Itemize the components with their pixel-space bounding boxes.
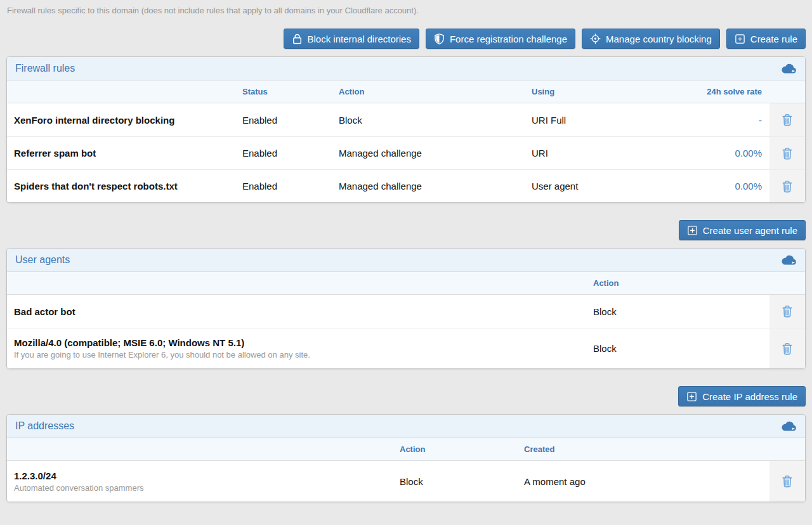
rule-using: URI Full	[532, 110, 704, 131]
user-agents-panel: User agents Action Bad actor bot Block M…	[6, 248, 806, 369]
delete-rule-button[interactable]	[778, 111, 796, 129]
rule-action: Managed challenge	[339, 176, 532, 197]
table-row: XenForo internal directory blocking Enab…	[7, 103, 805, 136]
lock-icon	[292, 33, 303, 45]
delete-rule-button[interactable]	[778, 145, 796, 162]
ip-addresses-toolbar: Create IP address rule	[6, 386, 806, 406]
delete-cell	[769, 461, 805, 502]
ip-address-created: A moment ago	[524, 471, 769, 492]
button-label: Create IP address rule	[702, 391, 797, 402]
column-header-name	[7, 444, 400, 455]
shield-icon	[434, 33, 445, 45]
target-icon	[590, 33, 601, 45]
delete-user-agent-button[interactable]	[778, 302, 796, 320]
column-header-status: Status	[242, 82, 339, 101]
rule-solve-rate: 0.00%	[704, 176, 769, 197]
user-agents-toolbar: Create user agent rule	[6, 220, 806, 240]
rule-using: User agent	[532, 176, 704, 197]
column-header-delete	[769, 444, 805, 455]
delete-user-agent-button[interactable]	[778, 340, 796, 358]
delete-rule-button[interactable]	[778, 178, 796, 195]
column-header-name	[7, 87, 242, 97]
table-row: Mozilla/4.0 (compatible; MSIE 6.0; Windo…	[7, 328, 805, 368]
column-header-delete	[769, 87, 805, 97]
ip-addresses-column-headers: Action Created	[7, 438, 805, 461]
create-ip-address-rule-button[interactable]: Create IP address rule	[678, 386, 806, 406]
plus-square-icon	[687, 224, 698, 237]
table-row: Spiders that don't respect robots.txt En…	[7, 169, 805, 202]
user-agent-description: If you are going to use Internet Explore…	[14, 350, 584, 360]
panel-title: User agents	[15, 254, 70, 266]
panel-title: Firewall rules	[15, 63, 75, 74]
user-agent-action: Block	[593, 338, 769, 359]
button-label: Force registration challenge	[450, 34, 567, 44]
table-row: Referrer spam bot Enabled Managed challe…	[7, 136, 805, 169]
rule-status: Enabled	[242, 110, 339, 131]
rule-name: Spiders that don't respect robots.txt	[7, 176, 242, 197]
rule-status: Enabled	[242, 143, 339, 164]
toolbar: Block internal directories Force registr…	[6, 29, 806, 49]
column-header-delete	[769, 278, 805, 288]
user-agent-action: Block	[593, 301, 769, 322]
create-rule-button[interactable]: Create rule	[726, 29, 806, 49]
delete-cell	[769, 170, 805, 202]
ip-addresses-panel-header: IP addresses	[7, 415, 805, 438]
plus-square-icon	[735, 33, 745, 45]
block-internal-directories-button[interactable]: Block internal directories	[284, 29, 419, 49]
button-label: Create rule	[750, 34, 797, 44]
table-row: Bad actor bot Block	[7, 295, 805, 328]
delete-cell	[769, 328, 805, 368]
trash-icon	[781, 113, 794, 126]
trash-icon	[781, 342, 794, 355]
rule-solve-rate: -	[704, 110, 769, 131]
column-header-solve-rate: 24h solve rate	[704, 82, 769, 101]
table-row: 1.2.3.0/24 Automated conversation spamme…	[7, 461, 805, 502]
column-header-created: Created	[524, 439, 769, 459]
page-description: Firewall rules specific to this domain (…	[6, 6, 806, 16]
cloudflare-cloud-icon	[780, 421, 797, 432]
rule-action: Block	[339, 110, 532, 131]
column-header-action: Action	[339, 82, 532, 101]
column-header-name	[7, 278, 593, 288]
cloudflare-cloud-icon	[780, 255, 797, 266]
plus-square-icon	[686, 391, 697, 403]
trash-icon	[781, 147, 794, 160]
panel-title: IP addresses	[15, 420, 74, 432]
rule-action: Managed challenge	[339, 143, 532, 164]
rule-name: Referrer spam bot	[7, 143, 242, 164]
delete-cell	[769, 295, 805, 328]
force-registration-challenge-button[interactable]: Force registration challenge	[426, 29, 575, 49]
manage-country-blocking-button[interactable]: Manage country blocking	[582, 29, 720, 49]
delete-cell	[769, 137, 805, 169]
rule-name: XenForo internal directory blocking	[7, 110, 242, 131]
rule-solve-rate: 0.00%	[704, 143, 769, 164]
cloudflare-cloud-icon	[780, 63, 797, 74]
ip-addresses-panel: IP addresses Action Created 1.2.3.0/24 A…	[6, 414, 806, 502]
user-agent-name: Mozilla/4.0 (compatible; MSIE 6.0; Windo…	[14, 337, 584, 348]
rule-status: Enabled	[242, 176, 339, 197]
user-agents-column-headers: Action	[7, 272, 805, 295]
firewall-rules-column-headers: Status Action Using 24h solve rate	[7, 81, 805, 103]
trash-icon	[781, 180, 794, 193]
ip-address-name: 1.2.3.0/24	[14, 470, 391, 481]
firewall-page: Firewall rules specific to this domain (…	[0, 0, 812, 502]
user-agents-panel-header: User agents	[7, 249, 805, 272]
ip-address-action: Block	[400, 471, 524, 492]
user-agent-name: Bad actor bot	[14, 306, 584, 317]
column-header-action: Action	[593, 273, 769, 293]
rule-using: URI	[532, 143, 704, 164]
firewall-rules-panel: Firewall rules Status Action Using 24h s…	[6, 56, 806, 203]
delete-ip-address-button[interactable]	[778, 472, 796, 490]
trash-icon	[781, 305, 794, 318]
button-label: Block internal directories	[308, 34, 411, 44]
button-label: Manage country blocking	[606, 34, 712, 44]
column-header-using: Using	[532, 82, 704, 101]
column-header-action: Action	[400, 439, 524, 459]
ip-address-description: Automated conversation spammers	[14, 483, 391, 493]
create-user-agent-rule-button[interactable]: Create user agent rule	[679, 220, 806, 240]
delete-cell	[769, 103, 805, 136]
firewall-rules-panel-header: Firewall rules	[7, 57, 805, 81]
trash-icon	[781, 475, 794, 488]
button-label: Create user agent rule	[703, 225, 797, 236]
